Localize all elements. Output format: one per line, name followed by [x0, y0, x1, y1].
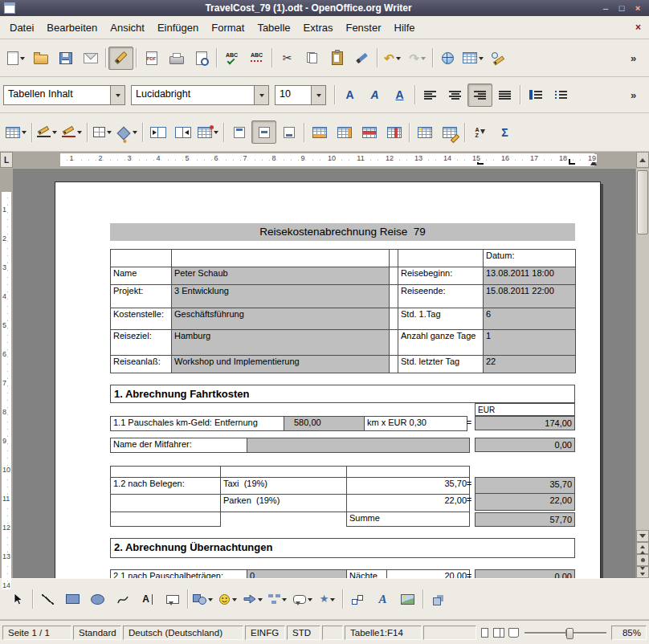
view-book-button[interactable]	[507, 626, 520, 639]
symbol-shapes-button[interactable]	[215, 588, 240, 611]
doc-table-cell[interactable]: 22,00	[347, 495, 470, 512]
scroll-down-button[interactable]	[636, 530, 649, 542]
font-size-dropdown-button[interactable]	[311, 86, 325, 104]
mitfahrer-row-table[interactable]: Name der Mitfahrer:	[110, 438, 470, 453]
page-preview-button[interactable]	[189, 47, 214, 70]
document-page[interactable]: Reisekostenabrechnung Reise 79 Datum: Na…	[55, 181, 601, 578]
borders-button[interactable]	[90, 120, 115, 144]
print-button[interactable]	[164, 47, 189, 70]
language-status[interactable]: Deutsch (Deutschland)	[123, 626, 243, 640]
select-button[interactable]	[5, 588, 30, 611]
points-button[interactable]	[345, 588, 370, 611]
delete-column-button[interactable]	[382, 120, 406, 144]
text-button[interactable]: A	[135, 588, 160, 611]
insert-row-button[interactable]	[307, 120, 332, 144]
vertical-scrollbar[interactable]	[635, 169, 649, 578]
edit-file-button[interactable]	[108, 47, 133, 70]
doc-table-cell[interactable]: Hamburg	[172, 330, 390, 356]
close-button[interactable]: ×	[631, 2, 645, 14]
parken-total-cell[interactable]: 22,00	[475, 493, 575, 511]
doc-table-cell[interactable]: Std. 1.Tag	[398, 308, 484, 330]
paragraph-style-dropdown-button[interactable]	[110, 86, 124, 104]
vertical-ruler[interactable]: 1234567891011121314	[0, 169, 13, 578]
doc-table-cell[interactable]: Datum:	[484, 250, 576, 267]
doc-table-cell[interactable]: 15.08.2011 22:00	[484, 285, 576, 308]
doc-table-cell[interactable]	[247, 438, 470, 453]
line-button[interactable]	[35, 588, 60, 611]
doc-table-cell[interactable]	[221, 512, 347, 527]
doc-table-cell[interactable]	[390, 285, 398, 308]
navigation-button[interactable]	[636, 554, 649, 566]
belege-table[interactable]: 1.2 nach Belegen:Taxi (19%)35,70 Parken …	[110, 466, 470, 527]
section2-heading[interactable]: 2. Abrechnung Übernachtungen	[110, 538, 575, 558]
font-name-combo[interactable]: Lucidabright	[131, 85, 269, 105]
paragraph-style-combo[interactable]: Tabellen Inhalt	[3, 85, 125, 105]
zoom-level[interactable]: 85%	[611, 626, 647, 640]
line-color-button[interactable]	[59, 120, 84, 144]
valign-bottom-button[interactable]	[276, 120, 301, 144]
autoformat-button[interactable]	[412, 120, 437, 144]
fontwork-button[interactable]: A	[370, 588, 395, 611]
next-page-button[interactable]	[636, 566, 649, 578]
doc-table-cell[interactable]: 35,70	[347, 478, 470, 495]
doc-table-cell[interactable]: 6	[484, 308, 576, 330]
doc-table-cell[interactable]	[111, 512, 221, 527]
stars-button[interactable]: ★	[315, 588, 340, 611]
menu-item-format[interactable]: Format	[205, 18, 251, 38]
insert-column-button[interactable]	[332, 120, 357, 144]
doc-table-cell[interactable]: Summe	[347, 512, 470, 527]
open-button[interactable]	[28, 47, 53, 70]
zoom-slider[interactable]	[521, 626, 610, 639]
doc-table-cell[interactable]: Peter Schaub	[172, 267, 390, 285]
doc-table-cell[interactable]: 20,00	[387, 570, 470, 579]
valign-center-button[interactable]	[251, 120, 276, 144]
line-style-button[interactable]	[35, 120, 59, 144]
toolbar-overflow-button[interactable]: »	[621, 84, 646, 107]
email-button[interactable]	[78, 47, 103, 70]
menu-item-bearbeiten[interactable]: Bearbeiten	[40, 18, 104, 38]
undo-button[interactable]: ↶	[380, 47, 405, 70]
menu-item-tabelle[interactable]: Tabelle	[251, 18, 296, 38]
block-arrows-button[interactable]	[240, 588, 265, 611]
mitfahrer-total-cell[interactable]: 0,00	[475, 438, 575, 452]
align-right-button[interactable]	[467, 84, 492, 107]
from-file-button[interactable]	[395, 588, 420, 611]
italic-button[interactable]: A	[362, 84, 387, 107]
doc-table-cell[interactable]: Geschäftsführung	[172, 308, 390, 330]
doc-table-cell[interactable]	[111, 250, 172, 267]
page-info[interactable]: Seite 1 / 1	[2, 626, 71, 640]
doc-table-cell[interactable]: 0	[247, 570, 347, 579]
doc-table-cell[interactable]	[390, 250, 398, 267]
doc-table-cell[interactable]: 13.08.2011 18:00	[484, 267, 576, 285]
scroll-up-button[interactable]	[636, 152, 649, 168]
text-frame-button[interactable]	[160, 588, 185, 611]
format-paintbrush-button[interactable]	[349, 47, 374, 70]
insert-table-button[interactable]	[460, 47, 486, 70]
doc-table-cell[interactable]: Nächte x	[347, 570, 387, 579]
doc-table-cell[interactable]: Std. letzter Tag	[398, 356, 484, 373]
delete-row-button[interactable]	[357, 120, 382, 144]
doc-table-cell[interactable]: km x EUR 0,30	[365, 417, 467, 431]
doc-table-cell[interactable]: Reiseziel:	[111, 330, 172, 356]
draw-functions-button[interactable]	[486, 47, 511, 70]
pdf-export-button[interactable]: PDF	[139, 47, 164, 70]
section1-heading[interactable]: 1. Abrechnung Fahrtkosten	[110, 385, 575, 403]
previous-page-button[interactable]	[636, 542, 649, 554]
menu-item-ansicht[interactable]: Ansicht	[104, 18, 151, 38]
maximize-button[interactable]: □	[614, 2, 629, 14]
menu-item-extras[interactable]: Extras	[297, 18, 340, 38]
doc-table-cell[interactable]	[221, 467, 347, 478]
save-button[interactable]	[53, 47, 78, 70]
align-left-button[interactable]	[418, 84, 443, 107]
document-close-button[interactable]: ×	[631, 22, 646, 33]
flowcharts-button[interactable]	[265, 588, 290, 611]
menu-item-datei[interactable]: Datei	[3, 18, 40, 38]
paste-button[interactable]	[324, 47, 349, 70]
align-justify-button[interactable]	[492, 84, 517, 107]
trip-info-table[interactable]: Datum: NamePeter SchaubReisebeginn:13.08…	[110, 249, 576, 373]
underline-button[interactable]: A	[387, 84, 412, 107]
doc-table-cell[interactable]: Projekt:	[111, 285, 172, 308]
page-style[interactable]: Standard	[73, 626, 121, 640]
doc-table-cell[interactable]	[347, 467, 470, 478]
scrollbar-thumb[interactable]	[637, 170, 648, 234]
